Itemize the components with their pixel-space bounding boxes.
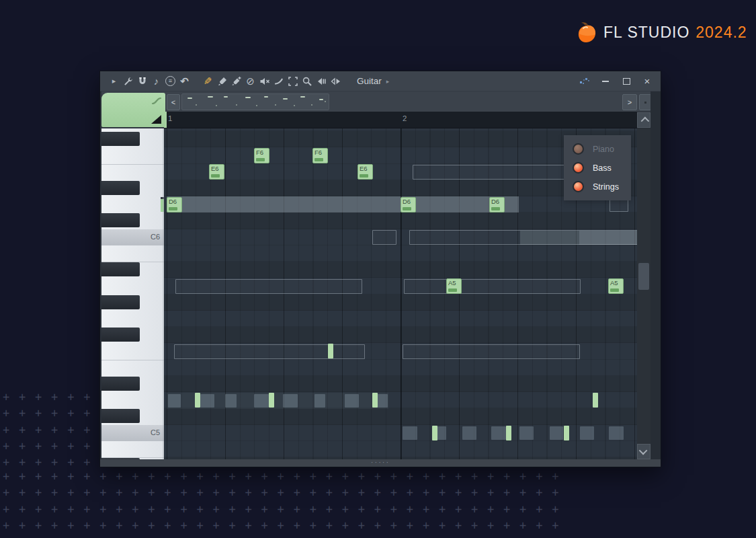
preview-scroll-left-button[interactable]: < bbox=[167, 94, 180, 110]
ghost-step-block bbox=[519, 426, 534, 440]
note[interactable]: A5 bbox=[608, 278, 624, 294]
note[interactable]: F6 bbox=[312, 148, 328, 163]
ghost-note-fill bbox=[167, 196, 519, 213]
black-key-fs6[interactable] bbox=[101, 132, 140, 146]
maximize-icon[interactable] bbox=[621, 76, 632, 87]
legend-item-strings[interactable]: Strings bbox=[564, 178, 631, 196]
preview-speaker-icon[interactable] bbox=[328, 74, 342, 89]
short-note[interactable] bbox=[564, 426, 569, 440]
brand-version: 2024.2 bbox=[696, 24, 747, 42]
preview-note-dash bbox=[256, 105, 257, 106]
legend-label: Strings bbox=[593, 182, 619, 192]
note-velocity-bar bbox=[610, 289, 619, 292]
preview-note-dash bbox=[208, 96, 213, 98]
note[interactable]: A5 bbox=[446, 278, 462, 294]
c-key-c5[interactable]: C5 bbox=[101, 425, 164, 441]
black-key-gs5[interactable] bbox=[101, 295, 140, 309]
piano-keyboard[interactable]: C6C5 bbox=[101, 128, 164, 459]
note-label: E6 bbox=[360, 165, 368, 172]
channel-legend-panel: PianoBassStrings bbox=[564, 135, 631, 200]
short-note[interactable] bbox=[432, 426, 437, 440]
select-icon[interactable] bbox=[286, 74, 300, 89]
slice-icon[interactable] bbox=[271, 74, 286, 89]
chevron-up-icon bbox=[640, 117, 649, 126]
piano-roll-corner-panel[interactable] bbox=[101, 93, 165, 127]
note-velocity-bar bbox=[169, 207, 177, 210]
undo-icon[interactable]: ↶ bbox=[177, 74, 192, 89]
fl-studio-brand: FL STUDIO 2024.2 bbox=[577, 19, 747, 46]
radio-icon[interactable] bbox=[573, 143, 584, 155]
legend-item-piano[interactable]: Piano bbox=[564, 140, 631, 158]
note[interactable]: D6 bbox=[167, 197, 182, 213]
vertical-scrollbar-thumb[interactable] bbox=[638, 263, 649, 290]
target-channel-selector[interactable]: Guitar▸ bbox=[357, 76, 389, 86]
black-key-fs5[interactable] bbox=[101, 328, 140, 342]
note-velocity-bar bbox=[256, 158, 265, 161]
black-key-ds5[interactable] bbox=[101, 377, 140, 391]
radio-icon[interactable] bbox=[573, 162, 584, 174]
draw-pencil-icon[interactable]: ✎ bbox=[201, 74, 215, 89]
playback-icon[interactable] bbox=[314, 74, 328, 89]
radio-icon[interactable] bbox=[573, 181, 584, 192]
preview-scroll-handle[interactable] bbox=[639, 94, 651, 110]
note[interactable]: E6 bbox=[209, 164, 224, 180]
mute-icon[interactable] bbox=[257, 74, 271, 89]
resize-grip-dots[interactable]: ····· bbox=[371, 459, 390, 466]
c-key-c6[interactable]: C6 bbox=[101, 229, 164, 245]
preview-note-dash bbox=[264, 96, 268, 98]
short-note[interactable] bbox=[195, 393, 200, 408]
short-note[interactable] bbox=[506, 426, 511, 440]
paint-brush-icon[interactable] bbox=[215, 74, 229, 89]
note[interactable]: D6 bbox=[489, 197, 505, 213]
short-note[interactable] bbox=[593, 393, 598, 408]
note[interactable]: E6 bbox=[358, 164, 373, 180]
note[interactable]: D6 bbox=[401, 197, 416, 213]
fl-fruit-logo-icon bbox=[577, 21, 597, 44]
short-note[interactable] bbox=[372, 393, 378, 408]
note[interactable]: F6 bbox=[254, 148, 269, 163]
preview-note-dash bbox=[236, 104, 237, 106]
short-note[interactable] bbox=[328, 344, 333, 358]
ghost-step-block bbox=[225, 394, 237, 408]
window-right-edge bbox=[650, 91, 661, 459]
snap-magnet-icon[interactable] bbox=[135, 74, 149, 89]
black-key-as5[interactable] bbox=[101, 262, 140, 276]
detach-icon[interactable] bbox=[579, 76, 590, 87]
preview-note-dash bbox=[224, 96, 228, 98]
preview-note-dash bbox=[216, 105, 217, 106]
timeline-preview-strip[interactable] bbox=[181, 93, 329, 110]
minimize-icon[interactable] bbox=[600, 76, 611, 87]
ghost-step-block bbox=[254, 394, 269, 408]
ghost-step-block bbox=[200, 394, 214, 408]
scroll-up-button[interactable] bbox=[637, 112, 650, 128]
vertical-scrollbar-track[interactable] bbox=[637, 128, 650, 459]
paint-brush-plus-icon[interactable] bbox=[229, 74, 243, 89]
note-velocity-bar bbox=[314, 158, 323, 161]
menu-circle-icon[interactable]: ≡ bbox=[163, 74, 177, 89]
preview-scroll-right-button[interactable]: > bbox=[622, 94, 637, 110]
note-properties-icon[interactable]: ♪ bbox=[149, 74, 163, 89]
ghost-step-block bbox=[314, 394, 325, 408]
ghost-note-outline bbox=[372, 230, 396, 245]
preview-note-dash bbox=[187, 98, 192, 99]
ghost-step-block bbox=[403, 426, 417, 440]
close-icon[interactable]: × bbox=[642, 76, 653, 87]
black-key-cs6[interactable] bbox=[101, 213, 140, 227]
timeline-ruler[interactable]: 12 bbox=[164, 112, 637, 128]
main-menu-arrow-icon[interactable]: ▸ bbox=[107, 74, 121, 89]
black-key-cs5[interactable] bbox=[101, 409, 140, 423]
black-key-ds6[interactable] bbox=[101, 181, 140, 195]
delete-icon[interactable]: ⊘ bbox=[243, 74, 257, 89]
piano-roll-window: ▸♪≡↶✎⊘Guitar▸× < > 12 C6C5 F6F6E6E6 bbox=[99, 71, 661, 467]
ghost-step-block bbox=[462, 426, 476, 440]
zoom-icon[interactable] bbox=[300, 74, 314, 89]
scroll-down-button[interactable] bbox=[637, 444, 650, 459]
note-velocity-bar bbox=[211, 174, 220, 178]
ghost-note-outline bbox=[404, 279, 581, 294]
short-note[interactable] bbox=[269, 393, 274, 408]
ghost-step-block bbox=[437, 426, 446, 440]
ghost-step-block bbox=[550, 426, 563, 440]
wrench-icon[interactable] bbox=[121, 74, 135, 89]
fold-corner-icon[interactable] bbox=[151, 115, 161, 124]
legend-item-bass[interactable]: Bass bbox=[564, 159, 631, 177]
